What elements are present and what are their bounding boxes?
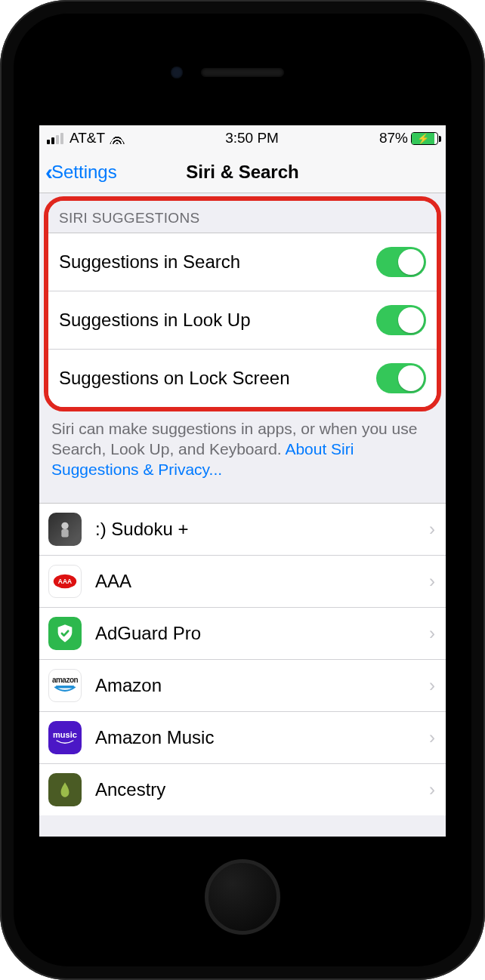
toggle-switch[interactable] — [376, 247, 426, 277]
toggle-label: Suggestions in Look Up — [59, 310, 251, 331]
toggle-row-suggestions-lookup[interactable]: Suggestions in Look Up — [48, 291, 437, 349]
toggle-row-suggestions-lockscreen[interactable]: Suggestions on Lock Screen — [48, 349, 437, 407]
app-icon: AAA — [48, 565, 82, 598]
chevron-right-icon: › — [429, 623, 435, 644]
front-camera — [171, 66, 183, 79]
earpiece-speaker — [201, 68, 284, 77]
highlighted-section: SIRI SUGGESTIONS Suggestions in Search S… — [44, 196, 441, 411]
battery-icon: ⚡ — [411, 132, 438, 145]
signal-icon — [47, 133, 63, 144]
svg-rect-4 — [56, 686, 74, 688]
svg-text:AAA: AAA — [58, 578, 72, 585]
app-row-ancestry[interactable]: Ancestry › — [39, 763, 446, 815]
app-label: Ancestry — [95, 779, 415, 800]
back-button[interactable]: ‹ Settings — [45, 159, 117, 185]
clock: 3:50 PM — [225, 130, 279, 146]
svg-point-0 — [61, 522, 68, 529]
chevron-right-icon: › — [429, 675, 435, 696]
wifi-icon — [110, 133, 125, 144]
screen: AT&T 3:50 PM 87% ⚡ ‹ Settings Siri & Sea… — [39, 125, 446, 837]
status-bar: AT&T 3:50 PM 87% ⚡ — [39, 125, 446, 151]
app-icon — [48, 617, 82, 650]
phone-frame: AT&T 3:50 PM 87% ⚡ ‹ Settings Siri & Sea… — [0, 0, 485, 980]
app-row-amazon[interactable]: amazon Amazon › — [39, 659, 446, 711]
toggle-label: Suggestions on Lock Screen — [59, 368, 290, 389]
content-area: SIRI SUGGESTIONS Suggestions in Search S… — [39, 193, 446, 837]
app-icon — [48, 773, 82, 806]
app-label: :) Sudoku + — [95, 519, 415, 540]
app-label: Amazon Music — [95, 727, 415, 748]
toggle-row-suggestions-search[interactable]: Suggestions in Search — [48, 233, 437, 291]
app-label: Amazon — [95, 675, 415, 696]
section-footer: Siri can make suggestions in apps, or wh… — [39, 411, 446, 485]
chevron-right-icon: › — [429, 727, 435, 748]
app-icon: amazon — [48, 669, 82, 702]
app-row-amazon-music[interactable]: music Amazon Music › — [39, 711, 446, 763]
toggle-label: Suggestions in Search — [59, 251, 240, 273]
toggle-switch[interactable] — [376, 363, 426, 393]
home-button[interactable] — [205, 859, 280, 935]
apps-list: :) Sudoku + › AAA AAA › A — [39, 503, 446, 815]
app-label: AAA — [95, 571, 415, 592]
app-row-aaa[interactable]: AAA AAA › — [39, 555, 446, 607]
app-row-adguard[interactable]: AdGuard Pro › — [39, 607, 446, 659]
app-icon — [48, 513, 82, 546]
svg-rect-1 — [61, 529, 68, 538]
toggle-switch[interactable] — [376, 305, 426, 335]
section-header-siri-suggestions: SIRI SUGGESTIONS — [48, 201, 437, 233]
chevron-right-icon: › — [429, 779, 435, 800]
chevron-right-icon: › — [429, 519, 435, 540]
battery-percent: 87% — [379, 130, 408, 146]
app-icon: music — [48, 721, 82, 754]
footer-description: Siri can make suggestions in apps, or wh… — [51, 420, 417, 458]
carrier-label: AT&T — [70, 130, 105, 146]
app-row-sudoku[interactable]: :) Sudoku + › — [39, 503, 446, 555]
nav-bar: ‹ Settings Siri & Search — [39, 151, 446, 193]
app-label: AdGuard Pro — [95, 623, 415, 644]
chevron-right-icon: › — [429, 571, 435, 592]
back-label: Settings — [51, 162, 117, 183]
